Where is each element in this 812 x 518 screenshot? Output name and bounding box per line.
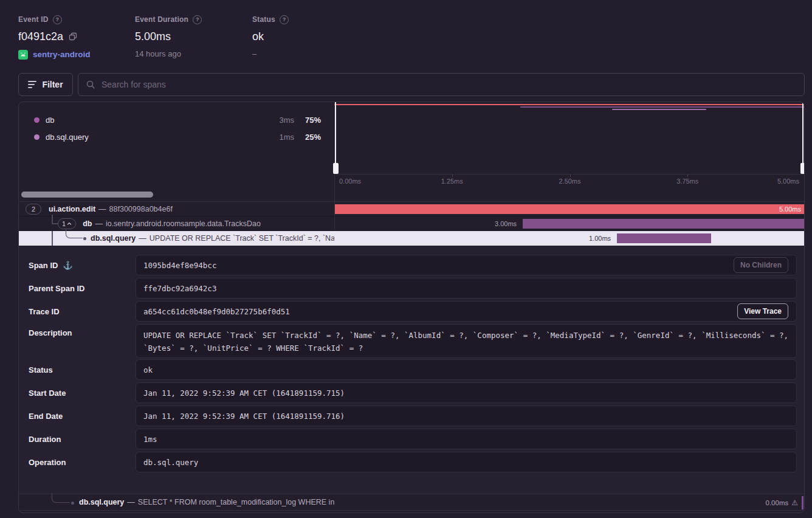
- help-icon[interactable]: ?: [280, 15, 289, 24]
- span-op: db: [83, 219, 92, 228]
- span-details-panel: Span ID ⚓ 1095bd4ef8e94bcc No Children P…: [19, 246, 805, 494]
- detail-value-description: UPDATE OR REPLACE `Track` SET `TrackId` …: [136, 324, 797, 358]
- event-duration-column: Event Duration ? 5.00ms 14 hours ago: [135, 15, 202, 58]
- span-duration: 1.00ms: [589, 231, 611, 246]
- span-bar: [523, 219, 805, 229]
- event-id-column: Event ID ? f0491c2a sentry-android: [18, 15, 91, 60]
- trace-minimap[interactable]: [334, 102, 805, 174]
- span-row-db-sql-query-select[interactable]: db.sql.query — SELECT * FROM room_table_…: [19, 494, 805, 511]
- detail-label: Span ID: [29, 261, 58, 270]
- copy-icon[interactable]: [68, 32, 78, 41]
- detail-value-span-id: 1095bd4ef8e94bcc No Children: [136, 255, 797, 275]
- detail-label: Description: [29, 324, 72, 341]
- chevron-up-icon: [67, 221, 72, 226]
- legend-duration: 3ms: [258, 116, 294, 125]
- android-platform-icon: [18, 50, 28, 60]
- span-op: db.sql.query: [91, 234, 136, 243]
- no-children-button: No Children: [734, 257, 788, 273]
- detail-label: Operation: [29, 452, 66, 472]
- detail-label: Status: [29, 359, 53, 380]
- span-desc: UPDATE OR REPLACE `Track` SET `TrackId` …: [150, 234, 334, 243]
- filter-icon: [28, 81, 36, 88]
- filter-button-label: Filter: [42, 80, 63, 89]
- minimap-span-db: [520, 106, 804, 108]
- event-duration-value: 5.00ms: [135, 30, 171, 43]
- detail-label: Parent Span ID: [29, 278, 84, 299]
- axis-tick: 2.50ms: [559, 178, 580, 185]
- detail-value-trace-id: a654cc61dc0b48ef9d0b27275b6f0d51 View Tr…: [136, 301, 797, 322]
- minimap-right-handle[interactable]: [800, 102, 805, 174]
- span-op: db.sql.query: [79, 498, 124, 506]
- status-sub: –: [252, 49, 289, 58]
- axis-tick: 0.00ms: [339, 178, 361, 185]
- help-icon[interactable]: ?: [193, 15, 202, 24]
- span-duration: 0.00ms: [766, 494, 789, 511]
- detail-label: Duration: [29, 429, 61, 449]
- op-color-dot: [34, 117, 40, 123]
- legend-item-db[interactable]: db 3ms 75%: [19, 111, 334, 128]
- time-axis: 0.00ms 1.25ms 2.50ms 3.75ms 5.00ms: [334, 174, 805, 187]
- detail-value-duration: 1ms: [136, 429, 797, 449]
- search-icon: [86, 80, 95, 89]
- span-search: [78, 73, 805, 96]
- legend-item-db-sql-query[interactable]: db.sql.query 1ms 25%: [19, 128, 334, 145]
- trace-panel: db 3ms 75% db.sql.query 1ms 25% 0.00ms 1…: [18, 102, 805, 513]
- span-bar: [335, 204, 805, 214]
- op-color-dot: [34, 134, 40, 140]
- filter-button[interactable]: Filter: [18, 73, 73, 96]
- span-bar: [617, 233, 711, 243]
- event-duration-label: Event Duration: [135, 15, 188, 24]
- detail-value-end-date: Jan 11, 2022 9:52:39 AM CET (1641891159.…: [136, 406, 797, 426]
- children-count-badge[interactable]: 2: [26, 204, 41, 215]
- event-id-label: Event ID: [18, 15, 49, 24]
- minimap-span-ui-action-edit: [334, 104, 805, 105]
- span-desc: io.sentry.android.roomsample.data.Tracks…: [106, 219, 261, 228]
- project-link[interactable]: sentry-android: [33, 50, 91, 59]
- detail-value-parent-span-id: ffe7dbc92a6942c3: [136, 278, 797, 299]
- dash: —: [95, 219, 103, 228]
- dash: —: [127, 498, 135, 506]
- collapse-badge[interactable]: 1: [58, 218, 76, 229]
- event-id-value: f0491c2a: [18, 30, 63, 43]
- dash: —: [98, 205, 106, 213]
- span-row-db-sql-query-selected[interactable]: db.sql.query — UPDATE OR REPLACE `Track`…: [19, 231, 805, 246]
- span-desc: SELECT * FROM room_table_modification_lo…: [138, 498, 334, 506]
- detail-label: Trace ID: [29, 301, 60, 322]
- span-row-ui-action-edit[interactable]: 2 ui.action.edit — 88f300998a0b4e6f 5.00…: [19, 202, 805, 216]
- span-duration: 5.00ms: [779, 202, 801, 216]
- view-trace-button[interactable]: View Trace: [737, 303, 788, 319]
- status-column: Status ? ok –: [252, 15, 289, 58]
- span-bar: [802, 496, 803, 509]
- axis-tick: 3.75ms: [676, 178, 698, 185]
- help-icon[interactable]: ?: [53, 15, 62, 24]
- span-row-db[interactable]: 1 db — io.sentry.android.roomsample.data…: [19, 216, 805, 231]
- minimap-span-db-sql-query: [612, 109, 706, 110]
- axis-tick: 5.00ms: [777, 178, 799, 185]
- axis-tick: 1.25ms: [441, 178, 463, 185]
- detail-value-operation: db.sql.query: [136, 452, 797, 472]
- legend-op-label: db: [46, 116, 258, 125]
- detail-value-start-date: Jan 11, 2022 9:52:39 AM CET (1641891159.…: [136, 382, 797, 403]
- legend-percent: 25%: [294, 133, 321, 142]
- status-value: ok: [252, 30, 264, 43]
- anchor-icon[interactable]: ⚓: [63, 261, 72, 270]
- dash: —: [139, 234, 146, 243]
- legend-duration: 1ms: [258, 133, 294, 142]
- detail-label: End Date: [29, 406, 63, 426]
- span-op: ui.action.edit: [49, 205, 95, 213]
- detail-value-status: ok: [136, 359, 797, 380]
- status-label: Status: [252, 15, 275, 24]
- detail-label: Start Date: [29, 382, 66, 403]
- minimap-left-handle[interactable]: [333, 102, 339, 174]
- legend-op-label: db.sql.query: [46, 133, 258, 142]
- span-desc: 88f300998a0b4e6f: [109, 205, 173, 213]
- search-input[interactable]: [102, 80, 797, 89]
- tree-scrollbar-thumb[interactable]: [21, 192, 153, 198]
- warning-icon: ⚠: [791, 494, 798, 511]
- tree-scrollbar-track: [19, 187, 805, 202]
- span-duration: 3.00ms: [495, 216, 517, 231]
- legend-percent: 75%: [294, 116, 321, 125]
- event-time-ago: 14 hours ago: [135, 49, 202, 58]
